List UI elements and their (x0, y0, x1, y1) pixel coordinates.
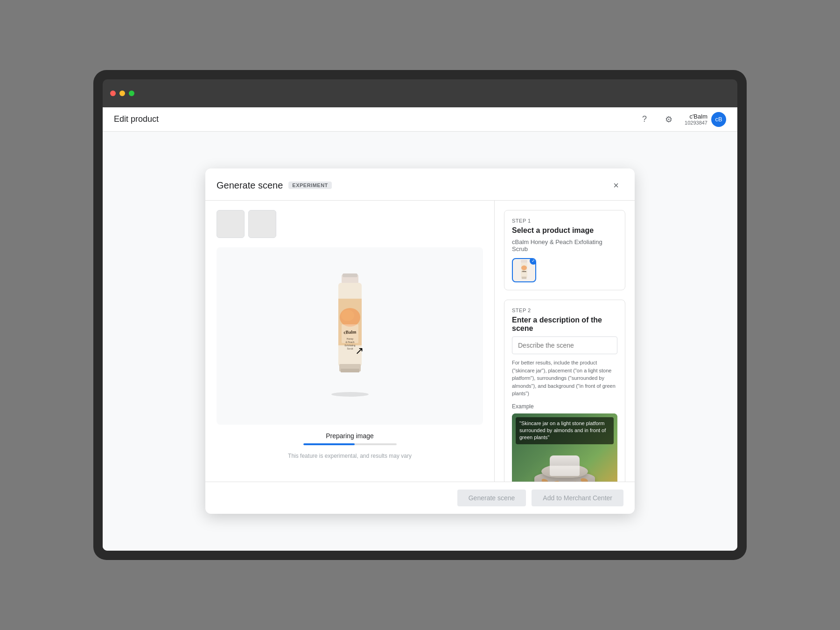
browser-dot-close[interactable] (110, 91, 116, 96)
user-name: c'Balm (685, 113, 707, 120)
scene-hint-text: For better results, include the product … (512, 359, 617, 398)
example-caption: "Skincare jar on a light stone platform … (516, 417, 614, 444)
gear-icon: ⚙ (665, 114, 672, 125)
product-thumbnail[interactable]: cBalm ✓ (512, 258, 536, 282)
product-thumb-1[interactable] (217, 210, 245, 238)
svg-text:Exfoliating: Exfoliating (344, 344, 355, 347)
page-content: Generate scene EXPERIMENT × (103, 132, 737, 551)
step1-title: Select a product image (512, 226, 617, 235)
modal-title: Generate scene (217, 180, 283, 191)
experimental-note: This feature is experimental, and result… (217, 453, 483, 459)
preparing-row: Preparing image (217, 432, 483, 445)
preparing-text: Preparing image (326, 432, 374, 440)
svg-rect-8 (341, 369, 359, 372)
close-icon: × (613, 180, 619, 191)
product-tube-svg: cBalm Honey & Peach Exfoliating Scrub (322, 271, 378, 401)
top-bar: Edit product ? ⚙ c'Balm 10293847 cB (103, 107, 737, 132)
modal-header: Generate scene EXPERIMENT × (205, 168, 635, 201)
page-title: Edit product (114, 114, 159, 124)
svg-rect-17 (522, 277, 526, 279)
svg-rect-14 (521, 260, 527, 263)
user-info: c'Balm 10293847 cB (685, 112, 726, 127)
browser-dot-maximize[interactable] (129, 91, 134, 96)
svg-text:Scrub: Scrub (347, 347, 353, 350)
help-icon: ? (642, 114, 647, 124)
avatar[interactable]: cB (711, 112, 726, 127)
browser-chrome (103, 79, 737, 107)
close-button[interactable]: × (609, 178, 623, 193)
generate-scene-modal: Generate scene EXPERIMENT × (205, 168, 635, 514)
modal-body: cBalm Honey & Peach Exfoliating Scrub ↗ (205, 201, 635, 482)
left-panel: cBalm Honey & Peach Exfoliating Scrub ↗ (205, 201, 495, 482)
right-panel: STEP 1 Select a product image cBalm Hone… (495, 201, 635, 482)
generate-scene-button[interactable]: Generate scene (457, 490, 526, 506)
experiment-badge: EXPERIMENT (288, 182, 332, 189)
modal-footer: Generate scene Add to Merchant Center (205, 482, 635, 514)
progress-bar-fill (303, 443, 355, 445)
svg-text:cBalm: cBalm (522, 271, 526, 273)
help-button[interactable]: ? (636, 111, 653, 128)
step1-label: STEP 1 (512, 218, 617, 224)
progress-bar-track (303, 443, 397, 445)
step2-title: Enter a description of the scene (512, 316, 617, 333)
step1-product-name: cBalm Honey & Peach Exfoliating Scrub (512, 238, 617, 252)
svg-text:& Peach: & Peach (345, 341, 354, 343)
product-tube-container: cBalm Honey & Peach Exfoliating Scrub ↗ (217, 247, 483, 425)
product-image-area: cBalm Honey & Peach Exfoliating Scrub ↗ (217, 247, 483, 425)
settings-button[interactable]: ⚙ (660, 111, 677, 128)
browser-dot-minimize[interactable] (119, 91, 125, 96)
top-bar-right: ? ⚙ c'Balm 10293847 cB (636, 111, 726, 128)
device-frame: Edit product ? ⚙ c'Balm 10293847 cB (93, 70, 747, 560)
user-id: 10293847 (685, 120, 707, 126)
example-label: Example (512, 403, 617, 410)
step1-section: STEP 1 Select a product image cBalm Hone… (504, 210, 625, 290)
svg-text:Honey: Honey (346, 337, 353, 340)
browser-content: Edit product ? ⚙ c'Balm 10293847 cB (103, 107, 737, 551)
step2-label: STEP 2 (512, 308, 617, 313)
svg-point-16 (521, 266, 527, 270)
modal-title-row: Generate scene EXPERIMENT (217, 180, 332, 191)
svg-point-5 (341, 310, 354, 321)
scene-description-input[interactable] (512, 336, 617, 354)
add-to-merchant-button[interactable]: Add to Merchant Center (532, 490, 623, 506)
svg-rect-1 (343, 273, 357, 277)
selected-checkmark: ✓ (530, 258, 536, 265)
jar-lid (550, 455, 580, 466)
svg-text:cBalm: cBalm (343, 329, 357, 335)
step2-section: STEP 2 Enter a description of the scene … (504, 300, 625, 482)
product-thumb-2[interactable] (248, 210, 276, 238)
tube-shadow (331, 392, 369, 397)
example-image-container: "Skincare jar on a light stone platform … (512, 413, 617, 482)
